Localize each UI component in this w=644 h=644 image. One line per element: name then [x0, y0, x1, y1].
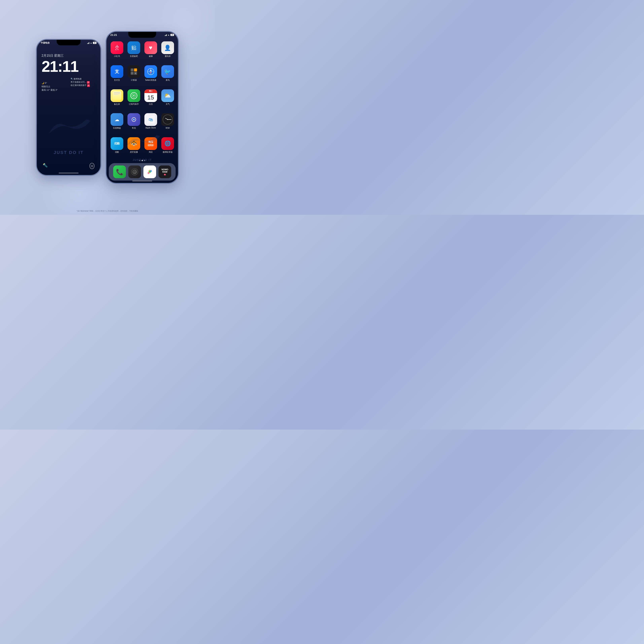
weibo-item-1: 男子借朋友12万...新: [71, 81, 90, 83]
torch-icon[interactable]: 🔦: [43, 163, 48, 169]
notch-right: [128, 32, 156, 38]
app-label-calendar: 日历: [149, 103, 153, 106]
home-indicator-left: [59, 173, 79, 173]
app-grid: 小 红书 小红书 贴 百度贴吧 ♥ 健康: [110, 39, 175, 158]
lock-screen: 2月15日 星期三 21:11 🌙 6° 晴朗无云 最高 11° 最低 3° 🔍…: [37, 40, 100, 175]
dock: 📞: [109, 163, 176, 181]
app-label-clock: 时钟: [166, 127, 170, 129]
signal-bars-left: [87, 42, 89, 44]
wifi-icon-left: ▲: [90, 42, 92, 44]
notch-left: [57, 40, 81, 45]
app-weibo[interactable]: 🌐 微博轻享版: [160, 137, 175, 158]
app-label-huya: 虎牙直播: [130, 151, 138, 154]
status-icons-right: ▲ 45: [165, 34, 174, 36]
app-label-youku: 优酷: [115, 151, 119, 154]
app-xiaohongshu[interactable]: 小 红书 小红书: [110, 41, 124, 62]
app-calculator[interactable]: + ÷ 7 8 计算器: [126, 65, 141, 86]
svg-text:🛍: 🛍: [149, 117, 153, 122]
lock-time: 21:11: [42, 59, 78, 74]
app-apple-store[interactable]: 🛍 Apple Store: [143, 113, 158, 134]
signal-bar-r4: [166, 34, 167, 36]
app-kuake[interactable]: 夸克: [126, 113, 141, 134]
app-alipay[interactable]: 支 支付宝: [110, 65, 124, 86]
lock-date: 2月15日 星期三: [42, 54, 64, 58]
battery-badge-right: 45: [170, 34, 174, 36]
app-youku[interactable]: 优酷 优酷: [110, 137, 124, 158]
app-label-cainiao: 菜鸟: [166, 79, 170, 82]
app-label-tieba: 百度贴吧: [130, 55, 138, 58]
status-icons-left: ▲ 46: [87, 42, 96, 44]
app-taobao[interactable]: 淘宝 过年好 淘宝: [143, 137, 158, 158]
svg-point-11: [133, 119, 134, 120]
lock-weibo: 🔍 微博热搜 男子借朋友12万...新 徐正溪问谁的孩子新: [71, 77, 96, 87]
svg-point-7: [133, 95, 134, 96]
carrier-label: 中国电信: [41, 41, 50, 44]
app-label-apple-store: Apple Store: [145, 127, 156, 129]
app-label-alipay: 支付宝: [114, 79, 120, 82]
weibo-search-icon: 🔍: [71, 78, 73, 80]
app-label-safari: Safari浏览器: [145, 79, 156, 82]
just-do-it-right: JUST DO IT: [132, 158, 152, 161]
battery-badge-left: 46: [93, 42, 96, 44]
signal-bar-r2: [165, 35, 166, 36]
phones-container: 中国电信 ▲ 46 2月15日 星期三 21:11 🌙: [37, 32, 178, 183]
app-label-health: 健康: [149, 55, 153, 58]
app-baidu-pan[interactable]: ☁ 百度网盘: [110, 113, 124, 134]
app-contacts[interactable]: 👤 通讯录: [160, 41, 175, 62]
dock-camera[interactable]: [128, 165, 141, 178]
weather-widget: 🌙 6° 晴朗无云 最高 11° 最低 3°: [42, 77, 67, 92]
home-screen: 小 红书 小红书 贴 百度贴吧 ♥ 健康: [106, 32, 178, 183]
signal-bar-4: [89, 42, 89, 44]
app-label-pan: 百度网盘: [113, 127, 121, 129]
dock-phone[interactable]: 📞: [113, 165, 126, 178]
just-do-it-left: JUST DO IT: [54, 150, 84, 155]
signal-bar-2: [88, 43, 88, 44]
app-memo[interactable]: 备忘录: [110, 89, 124, 110]
svg-point-17: [148, 172, 150, 174]
weather-icon: 🌙: [42, 82, 44, 84]
app-label-kuake: 夸克: [132, 127, 136, 129]
dock-photos[interactable]: [143, 165, 156, 178]
camera-shortcut-icon[interactable]: ⊙: [89, 163, 94, 169]
lock-weather: 🌙 6° 晴朗无云 最高 11° 最低 3°: [42, 81, 67, 92]
app-cainiao[interactable]: 🐦 菜鸟: [160, 65, 175, 86]
app-label-weibo: 微博轻享版: [163, 151, 173, 154]
app-baidu-tieba[interactable]: 贴 百度贴吧: [126, 41, 141, 62]
svg-point-16: [150, 170, 152, 172]
home-indicator-right: [132, 181, 152, 181]
app-label-taobao: 淘宝: [149, 151, 153, 154]
app-subscriptions[interactable]: 订阅号助手: [126, 89, 141, 110]
signal-bar-r1: [165, 35, 165, 36]
lock-bottom: 🔦 ⊙: [37, 163, 100, 169]
app-label-xiaohongshu: 小红书: [114, 55, 120, 58]
phone-right: 21:21 ▲ 45 小: [106, 32, 178, 183]
app-health[interactable]: ♥ 健康: [143, 41, 158, 62]
wifi-icon-right: ▲: [168, 34, 170, 36]
app-label-contacts: 通讯录: [165, 55, 171, 58]
app-safari[interactable]: Safari浏览器: [143, 65, 158, 86]
app-label-calculator: 计算器: [131, 79, 137, 82]
signal-bar-r3: [166, 35, 166, 36]
footnote: *设计素材收集于网络，仅供分享至个人手机壁纸使用，若有侵权，可联系删除: [0, 210, 215, 212]
app-clock[interactable]: 时钟: [160, 113, 175, 134]
dock-nomo[interactable]: NOMO RAW 2: [159, 165, 171, 178]
home-time: 21:21: [110, 33, 117, 36]
app-label-weather: 天气: [166, 103, 170, 106]
app-calendar[interactable]: 周三 15 日历: [143, 89, 158, 110]
signal-bar-3: [88, 43, 89, 44]
calendar-weekday: 周三: [144, 89, 157, 93]
weibo-widget: 🔍 微博热搜 男子借朋友12万...新 徐正溪问谁的孩子新: [71, 77, 96, 92]
signal-bar-1: [87, 43, 88, 44]
weibo-item-2: 徐正溪问谁的孩子新: [71, 84, 90, 86]
app-label-subscriptions: 订阅号助手: [129, 103, 139, 106]
phone-left: 中国电信 ▲ 46 2月15日 星期三 21:11 🌙: [37, 40, 100, 175]
app-weather[interactable]: ⛅ 天气: [160, 89, 175, 110]
app-label-memo: 备忘录: [114, 103, 120, 106]
app-huya[interactable]: 🐯 虎牙直播: [126, 137, 141, 158]
signal-bars-right: [165, 34, 167, 36]
calendar-day-number: 15: [144, 93, 157, 102]
